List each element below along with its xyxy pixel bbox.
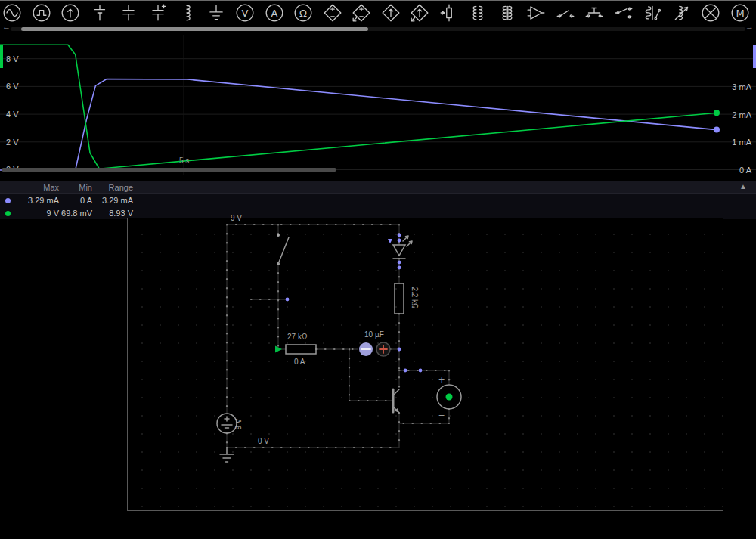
resistor-2k2-value-label: 2.2 kΩ bbox=[411, 287, 419, 309]
circuit-wires[interactable] bbox=[227, 225, 449, 448]
top-rail-voltage-label: 9 V bbox=[231, 214, 242, 222]
resistor-27k-component[interactable] bbox=[275, 345, 316, 354]
resistor-2k2-component[interactable] bbox=[395, 283, 404, 314]
ground-component[interactable] bbox=[220, 448, 234, 462]
node-dots bbox=[286, 234, 423, 373]
meter-minus-label: − bbox=[438, 410, 445, 420]
meter-plus-label: + bbox=[438, 375, 445, 385]
current-direction-arrow bbox=[388, 239, 392, 243]
circuit-drawing: + − 9 V 0 V 27 kΩ 0 A 10 µF 2.2 kΩ 9 V bbox=[0, 0, 756, 539]
resistor-27k-current-label: 0 A bbox=[294, 358, 305, 366]
resistor-27k-value-label: 27 kΩ bbox=[287, 333, 308, 341]
circuit-simulator-window: VAΩM ← → 8 V 6 V 4 V 2 V 0 V 3 mA 2 mA 1… bbox=[0, 0, 756, 539]
battery-value-label: 9 V bbox=[234, 418, 243, 429]
capacitor-value-label: 10 µF bbox=[364, 330, 384, 339]
bottom-rail-voltage-label: 0 V bbox=[258, 437, 269, 445]
npn-transistor-component[interactable] bbox=[393, 389, 399, 413]
probe-indicator-dot bbox=[446, 394, 453, 401]
polarized-capacitor-component[interactable] bbox=[359, 342, 390, 356]
switch-spst-component[interactable] bbox=[277, 234, 289, 265]
